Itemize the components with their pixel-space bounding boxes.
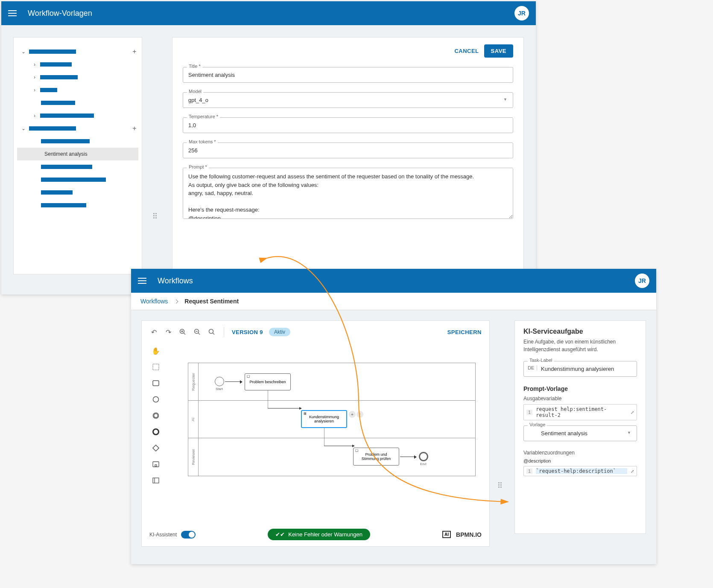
svg-rect-16 — [153, 462, 159, 467]
svg-marker-21 — [352, 445, 355, 447]
tree-item[interactable]: ⌄ + — [17, 45, 138, 58]
vorlage-label: Vorlage — [528, 422, 547, 427]
tree-item[interactable]: ⌄ + — [17, 122, 138, 135]
undo-icon[interactable]: ↶ — [149, 328, 158, 336]
menu-icon[interactable] — [8, 10, 17, 16]
svg-line-5 — [198, 333, 200, 335]
redo-icon[interactable]: ↷ — [164, 328, 172, 336]
output-var-code[interactable]: 1 request help:sentiment-result-2 ⤢ — [523, 404, 637, 420]
temperature-input[interactable] — [183, 117, 513, 133]
tree-item[interactable] — [17, 199, 138, 212]
chevron-right-icon[interactable]: › — [32, 61, 38, 67]
tree-item[interactable] — [17, 186, 138, 199]
template-tree: ⌄ + › › › › — [13, 37, 142, 274]
tree-item[interactable] — [17, 135, 138, 148]
svg-rect-15 — [153, 445, 159, 451]
vorlage-select[interactable] — [523, 425, 637, 441]
tool-palette: ✋ — [149, 344, 162, 525]
ai-assistant-toggle[interactable] — [181, 531, 196, 539]
task-label: Problem beschreiben — [249, 380, 286, 384]
svg-line-8 — [213, 333, 214, 335]
start-event-label: Start — [216, 387, 223, 391]
add-icon[interactable]: + — [131, 48, 138, 55]
tree-item[interactable] — [17, 160, 138, 173]
lane-label: Requester — [191, 373, 196, 391]
chevron-down-icon[interactable]: ⌄ — [20, 125, 26, 131]
version-label[interactable]: VERSION 9 — [232, 329, 263, 335]
expand-icon[interactable]: ⤢ — [631, 410, 634, 415]
tree-item[interactable]: › — [17, 58, 138, 71]
chevron-down-icon[interactable]: ⌄ — [20, 49, 26, 55]
zoom-out-icon[interactable] — [193, 328, 202, 336]
task-node-selected[interactable]: ⊞ Kundenstimmung analysieren — [301, 410, 347, 428]
zoom-in-icon[interactable] — [178, 328, 187, 336]
svg-rect-10 — [153, 381, 159, 386]
svg-point-11 — [153, 397, 159, 402]
tree-item-label: Sentiment analysis — [41, 151, 88, 157]
drag-handle-icon[interactable] — [498, 482, 504, 488]
prompt-textarea[interactable]: Use the following customer-request and a… — [183, 168, 513, 219]
lane-label: AI — [191, 417, 195, 421]
task-label-input[interactable] — [523, 361, 637, 377]
add-chip-icon[interactable]: + — [349, 411, 356, 418]
ai-brand-icon: AI — [442, 531, 451, 538]
start-event[interactable] — [215, 377, 224, 386]
gateway-tool-icon[interactable] — [152, 444, 160, 452]
breadcrumb: Workflows Request Sentiment — [131, 293, 656, 310]
add-icon[interactable]: + — [131, 125, 138, 132]
end-event-tool-icon[interactable] — [152, 428, 160, 436]
chevron-right-icon[interactable]: › — [32, 87, 38, 93]
svg-point-13 — [154, 414, 158, 418]
task-node[interactable]: ☐ Problem beschreiben — [245, 373, 291, 390]
task-tool-icon[interactable] — [152, 379, 160, 387]
model-select[interactable] — [183, 92, 513, 108]
intermediate-event-icon[interactable] — [152, 411, 160, 420]
chevron-right-icon[interactable]: › — [32, 113, 38, 119]
end-event[interactable] — [419, 452, 428, 461]
title-label: Title * — [187, 64, 202, 69]
save-button[interactable]: SPEICHERN — [447, 329, 482, 335]
tree-item[interactable] — [17, 173, 138, 186]
avatar[interactable]: JR — [514, 6, 529, 20]
app-header: Workflow-Vorlagen JR — [1, 1, 536, 25]
menu-icon[interactable] — [138, 278, 146, 284]
subprocess-tool-icon[interactable] — [152, 460, 160, 469]
participant-tool-icon[interactable] — [152, 476, 160, 485]
hand-tool-icon[interactable]: ✋ — [152, 346, 160, 355]
language-badge: DE — [528, 365, 537, 370]
drag-handle-icon[interactable] — [153, 213, 159, 218]
tree-item-selected[interactable]: Sentiment analysis — [17, 148, 138, 160]
event-tool-icon[interactable] — [152, 395, 160, 404]
title-input[interactable] — [183, 67, 513, 83]
save-button[interactable]: SAVE — [484, 44, 513, 58]
tree-item[interactable]: › — [17, 71, 138, 84]
status-badge: Aktiv — [269, 328, 290, 336]
status-pill[interactable]: ✔✔ Keine Fehler oder Warnungen — [268, 529, 370, 540]
mapping-code[interactable]: 1 `request-help:description` ⤢ — [523, 466, 637, 476]
model-label: Model — [187, 89, 203, 94]
mappings-label: Variablenzuordnungen — [523, 450, 637, 456]
breadcrumb-root[interactable]: Workflows — [140, 298, 168, 305]
avatar[interactable]: JR — [635, 274, 649, 288]
breadcrumb-current: Request Sentiment — [184, 298, 239, 305]
output-var-label: Ausgabevariable — [523, 396, 637, 402]
inspector-desc: Eine Aufgabe, die von einem künstlichen … — [523, 338, 637, 353]
zoom-fit-icon[interactable] — [207, 328, 216, 336]
expand-icon[interactable]: ⤢ — [631, 469, 634, 474]
tree-item[interactable] — [17, 96, 138, 109]
task-node[interactable]: ☐ Problem und Stimmung prüfen — [353, 448, 399, 466]
tree-item[interactable]: › — [17, 84, 138, 96]
chevron-right-icon[interactable]: › — [32, 74, 38, 80]
template-form: CANCEL SAVE Title * Model Temperature * … — [172, 37, 524, 274]
tree-item[interactable]: › — [17, 109, 138, 122]
check-icon: ✔✔ — [275, 531, 285, 538]
svg-rect-18 — [153, 478, 159, 483]
cancel-button[interactable]: CANCEL — [454, 48, 479, 54]
lasso-tool-icon[interactable] — [152, 363, 160, 371]
maxtokens-input[interactable] — [183, 143, 513, 158]
bpmn-canvas[interactable]: Requester Start ☐ Problem beschreiben AI — [169, 344, 482, 525]
page-title: Workflows — [158, 277, 635, 285]
status-text: Keine Fehler oder Warnungen — [288, 531, 362, 538]
end-event-label: End — [420, 462, 426, 466]
more-chip-icon[interactable]: ⋮ — [356, 411, 363, 418]
